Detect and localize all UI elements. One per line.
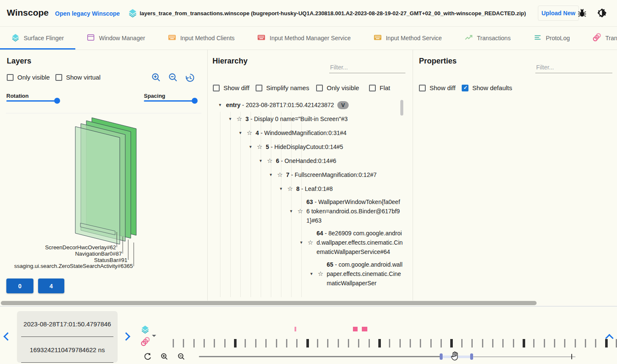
trace-selector-caret-icon[interactable] [152,335,156,339]
timeline-range-track-right[interactable] [473,356,576,357]
timeline-tick[interactable] [183,339,184,347]
timeline-tick[interactable] [544,339,545,347]
hierarchy-filter-input[interactable] [329,62,405,73]
collapse-timeline-button[interactable] [606,335,612,343]
timeline-event-marker[interactable] [295,327,296,331]
checkbox-box[interactable] [369,85,376,91]
star-icon[interactable]: ☆ [307,239,314,246]
star-icon[interactable]: ☆ [317,270,324,278]
dark-mode-toggle-icon[interactable] [597,8,607,20]
upload-new-button[interactable]: Upload New [538,6,579,21]
timeline-tick[interactable] [245,339,246,347]
checkbox-box[interactable] [462,85,468,91]
flat-checkbox[interactable]: Flat [369,84,390,91]
star-icon[interactable]: ☆ [297,207,303,215]
rect-id-button[interactable]: 4 [38,279,64,293]
timeline-tick[interactable] [523,339,525,347]
collapse-arrow-icon[interactable]: ▼ [217,103,223,107]
star-icon[interactable]: ☆ [277,171,283,179]
timeline-tick[interactable] [276,339,277,347]
layer-label[interactable]: ssaging.ui.search.ZeroStateSearchActivit… [0,263,133,269]
checkbox-box[interactable] [316,85,323,91]
timeline-tick[interactable] [378,339,381,347]
show-diff-checkbox[interactable]: Show diff [213,84,249,91]
timeline-tick[interactable] [224,339,226,347]
timeline-tick[interactable] [575,339,576,347]
only-visible-checkbox[interactable]: Only visible [316,84,359,91]
timeline-event-marker[interactable] [362,327,367,331]
bug-report-icon[interactable] [577,8,587,20]
star-icon[interactable]: ☆ [236,115,242,123]
human-timestamp-input[interactable] [21,311,113,337]
timeline-tick[interactable] [410,339,411,347]
range-handle-right[interactable] [470,353,473,360]
layer-label[interactable]: NavigationBar0#87 [0,251,122,257]
timeline-event-marker[interactable] [353,327,358,331]
timeline-tick[interactable] [482,339,483,347]
timeline-tick[interactable] [173,339,174,347]
timeline-refresh-icon[interactable] [143,352,152,362]
timeline-zoom-in-icon[interactable] [160,353,168,362]
checkbox-box[interactable] [419,85,426,91]
timeline-tick[interactable] [204,339,205,347]
timeline-tick[interactable] [585,339,586,347]
star-icon[interactable]: ☆ [246,129,253,137]
timeline-tick[interactable] [306,339,309,347]
timeline-tick[interactable] [296,339,297,347]
simplify-names-checkbox[interactable]: Simplify names [256,84,309,91]
timeline-tick[interactable] [369,339,370,347]
timeline-tick[interactable] [492,339,493,347]
timeline-tick[interactable] [234,339,237,347]
timeline-tick[interactable] [471,339,473,347]
tab-surface-flinger[interactable]: Surface Flinger [0,26,75,50]
timeline-tick[interactable] [502,339,504,347]
prev-entry-button[interactable] [5,334,11,341]
tab-window-manager[interactable]: Window Manager [75,26,157,50]
hierarchy-scrollbar[interactable] [400,100,403,116]
tab-transactions[interactable]: Transactions [453,26,522,50]
timeline-tick[interactable] [564,339,565,347]
properties-filter-input[interactable] [535,62,612,73]
open-legacy-link[interactable]: Open legacy Winscope [55,10,120,17]
timeline-zoom-out-icon[interactable] [177,353,185,362]
timeline-range-track-left[interactable] [199,356,440,357]
timeline-tick[interactable] [513,339,514,347]
star-icon[interactable]: ☆ [267,157,273,165]
show-defaults-checkbox[interactable]: Show defaults [462,84,512,91]
timeline-tick[interactable] [399,339,401,347]
tab-input-method-manager-service[interactable]: Input Method Manager Service [246,26,362,50]
timeline-tick[interactable] [255,339,256,347]
timeline-tick[interactable] [389,339,390,347]
star-icon[interactable]: ☆ [256,143,263,151]
next-entry-button[interactable] [123,334,129,341]
timeline-tick[interactable] [214,339,215,347]
timeline-tick[interactable] [348,339,349,347]
collapse-arrow-icon[interactable]: ▼ [308,272,315,276]
layer-label[interactable]: StatusBar#91 [0,257,127,263]
timeline-tick[interactable] [461,339,463,347]
horizontal-scrollbar[interactable] [1,301,537,305]
timeline-tick[interactable] [265,339,267,347]
checkbox-box[interactable] [213,85,220,91]
timeline-tick[interactable] [595,339,596,347]
tab-input-method-service[interactable]: Input Method Service [362,26,453,50]
transitions-rings-icon[interactable] [140,337,150,348]
tree-node-entry[interactable]: ▼ entry - 2023-08-28T17:01:50.421423872V [212,98,403,112]
timeline-tick[interactable] [193,339,195,347]
timeline-tick[interactable] [533,339,534,347]
timeline-tick[interactable] [450,339,453,347]
timeline-tick[interactable] [317,339,318,347]
timeline-tick[interactable] [554,339,555,347]
timeline-tick[interactable] [358,339,359,347]
timeline-tick[interactable] [430,339,432,347]
timeline-tick[interactable] [286,339,287,347]
layer-label[interactable]: ScreenDecorHwcOverlay#62 [0,244,116,251]
timeline-tick[interactable] [338,339,339,347]
tab-protolog[interactable]: ProtoLog [522,26,581,50]
timeline-tick[interactable] [441,339,442,347]
show-diff-checkbox[interactable]: Show diff [419,84,455,91]
ns-timestamp-input[interactable] [21,337,113,363]
tab-input-method-clients[interactable]: Input Method Clients [157,26,246,50]
checkbox-box[interactable] [256,85,262,91]
range-handle-left[interactable] [440,353,443,360]
